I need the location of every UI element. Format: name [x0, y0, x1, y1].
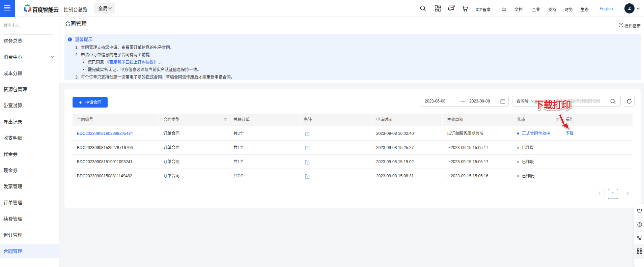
svg-text:下载打印: 下载打印 — [534, 100, 571, 110]
